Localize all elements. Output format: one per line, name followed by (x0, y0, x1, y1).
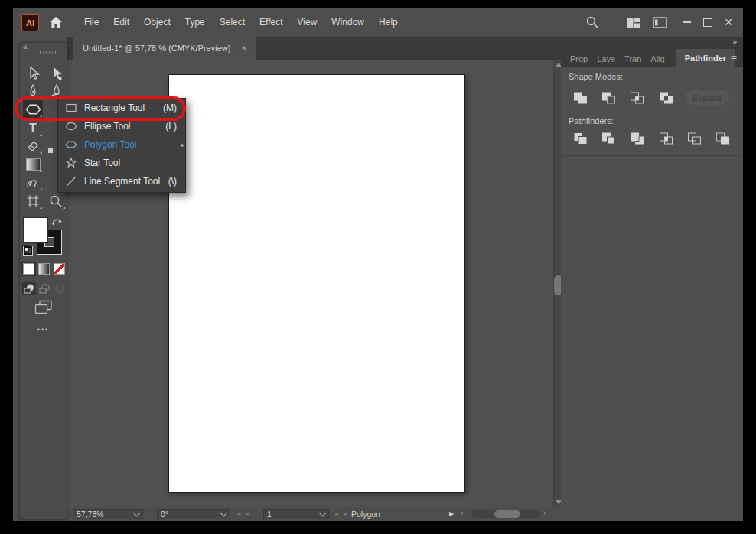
eraser-tool[interactable] (23, 137, 43, 155)
menu-window[interactable]: Window (331, 17, 364, 28)
tab-properties[interactable]: Prop (570, 54, 588, 67)
status-bar: 57,78% 0° ◀ ◀ 1 ▶ ▶ Polygon ▶ ‹ › (67, 507, 561, 521)
trim-icon[interactable] (599, 131, 618, 146)
panel-divider (561, 155, 743, 156)
panel-grip-handle[interactable] (31, 51, 56, 54)
draw-behind-icon[interactable] (37, 282, 51, 295)
default-fill-stroke-icon[interactable] (22, 245, 32, 255)
shape-modes-label: Shape Modes: (569, 72, 623, 81)
first-prev-artboard-icons[interactable]: ◀ ◀ (236, 511, 251, 517)
divide-icon[interactable] (571, 131, 589, 146)
rotation-value: 0° (161, 510, 168, 519)
none-mode-button[interactable] (54, 263, 65, 275)
tab-align[interactable]: Alig (650, 54, 664, 67)
tab-close-icon[interactable]: ✕ (241, 44, 247, 52)
zoom-tool[interactable] (46, 192, 66, 210)
tearoff-arrow-icon: ▸ (181, 142, 184, 148)
document-tab-bar: Untitled-1* @ 57,78 % (CMYK/Preview) ✕ (67, 37, 561, 60)
horizontal-scrollbar-thumb[interactable] (494, 510, 520, 518)
gradient-mode-button[interactable] (38, 263, 50, 275)
rotation-dropdown[interactable]: 0° (157, 509, 230, 519)
arrange-documents-icon[interactable] (651, 15, 668, 30)
type-tool[interactable]: T (23, 119, 43, 138)
zoom-level-value: 57,78% (77, 510, 104, 519)
artboard-tool[interactable] (23, 192, 43, 210)
document-tab-label: Untitled-1* @ 57,78 % (CMYK/Preview) (83, 44, 230, 53)
menu-file[interactable]: File (84, 17, 99, 28)
minus-front-icon[interactable] (599, 90, 618, 106)
menu-help[interactable]: Help (379, 17, 398, 28)
right-panel-dock: » Prop Laye Tran Alig Pathfinder ≡ Shape… (561, 37, 743, 521)
menu-object[interactable]: Object (144, 17, 171, 28)
menu-type[interactable]: Type (185, 17, 205, 28)
fill-color-swatch[interactable] (23, 217, 48, 243)
color-mode-button[interactable] (23, 263, 34, 275)
search-icon[interactable] (584, 15, 601, 30)
pathfinders-label: Pathfinders: (569, 116, 614, 125)
annotation-red-oval (15, 96, 186, 121)
chevron-down-icon (220, 510, 228, 517)
line-icon (65, 175, 77, 187)
pathfinder-panel: Shape Modes: Expand Pathfinders: (561, 67, 743, 521)
star-icon (65, 157, 77, 169)
draw-normal-icon[interactable] (22, 282, 36, 295)
horizontal-scrollbar[interactable] (471, 510, 540, 518)
titlebar: Ai File Edit Object Type Select Effect V… (13, 8, 743, 37)
collapse-tools-icon[interactable]: « (23, 43, 27, 51)
workspace-switcher-icon[interactable] (625, 15, 642, 30)
artboard (168, 74, 465, 493)
scroll-right-icon[interactable]: › (543, 509, 546, 517)
minimize-icon[interactable] (677, 15, 696, 30)
panel-menu-icon[interactable]: ≡ (731, 52, 737, 64)
minus-back-icon[interactable] (713, 131, 732, 146)
merge-icon[interactable] (627, 131, 646, 146)
unite-icon[interactable] (571, 90, 589, 106)
direct-selection-tool[interactable] (46, 64, 66, 83)
swap-fill-stroke-icon[interactable] (51, 215, 63, 229)
exclude-icon[interactable] (657, 90, 675, 106)
outline-icon[interactable] (685, 131, 703, 146)
menu-edit[interactable]: Edit (113, 17, 129, 28)
ellipse-icon (65, 120, 77, 132)
scroll-left-icon[interactable]: ‹ (461, 509, 463, 517)
edit-toolbar-icon[interactable]: ••• (20, 326, 67, 334)
artboard-number: 1 (267, 510, 272, 519)
illustrator-window: Ai File Edit Object Type Select Effect V… (13, 8, 743, 521)
status-current-tool: Polygon (297, 510, 435, 519)
expand-button[interactable]: Expand (685, 90, 729, 105)
close-icon[interactable]: ✕ (719, 15, 738, 30)
chevron-down-icon (133, 510, 141, 517)
flyout-item-line-segment-tool[interactable]: Line Segment Tool (\) (58, 172, 185, 190)
crop-icon[interactable] (657, 131, 675, 146)
zoom-level-dropdown[interactable]: 57,78% (73, 509, 143, 519)
selection-tool[interactable] (23, 64, 43, 83)
menu-effect[interactable]: Effect (259, 17, 282, 28)
menu-view[interactable]: View (298, 17, 318, 28)
restore-icon[interactable] (699, 15, 717, 30)
tab-pathfinder[interactable]: Pathfinder (676, 49, 735, 67)
draw-inside-icon[interactable] (53, 282, 67, 295)
current-tool-marker (48, 148, 53, 153)
tab-transform[interactable]: Tran (624, 54, 641, 67)
polygon-icon (65, 138, 77, 151)
menu-bar: File Edit Object Type Select Effect View… (84, 8, 398, 37)
menu-select[interactable]: Select (220, 17, 245, 28)
intersect-icon[interactable] (627, 90, 646, 106)
tab-layers[interactable]: Laye (597, 54, 615, 67)
screen-mode-icon[interactable] (34, 300, 53, 317)
illustrator-app-icon[interactable]: Ai (21, 14, 39, 31)
gradient-tool[interactable] (23, 155, 43, 174)
collapse-dock-icon[interactable]: » (732, 37, 736, 46)
shaper-tool[interactable] (23, 174, 43, 192)
status-options-icon[interactable]: ▶ (449, 510, 454, 517)
panel-tab-bar: Prop Laye Tran Alig Pathfinder (561, 49, 743, 67)
flyout-item-star-tool[interactable]: Star Tool (58, 154, 185, 172)
document-tab[interactable]: Untitled-1* @ 57,78 % (CMYK/Preview) ✕ (73, 37, 256, 60)
flyout-item-polygon-tool[interactable]: Polygon Tool ▸ (58, 135, 185, 154)
home-icon[interactable] (47, 14, 64, 31)
